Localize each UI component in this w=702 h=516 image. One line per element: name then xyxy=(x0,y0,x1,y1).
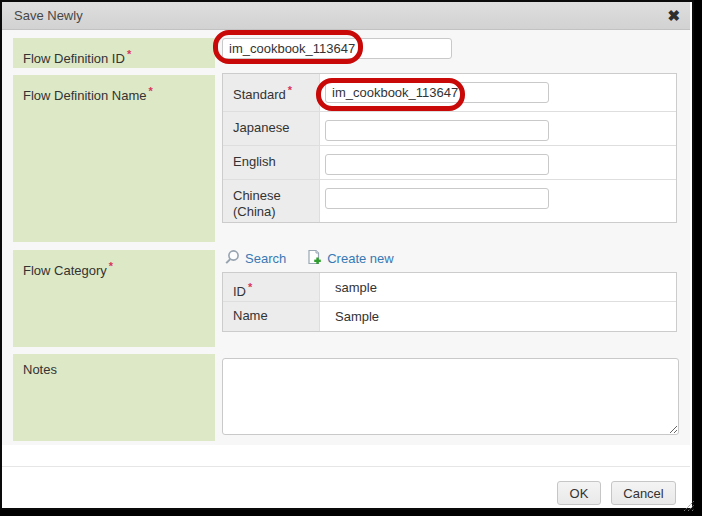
locale-label-text: Chinese (China) xyxy=(233,188,281,219)
required-marker: * xyxy=(127,48,131,60)
flow-category-label-text: Flow Category xyxy=(23,263,107,278)
flow-definition-id-label-text: Flow Definition ID xyxy=(23,51,125,66)
create-new-link[interactable]: Create new xyxy=(327,251,393,266)
notes-label: Notes xyxy=(13,354,215,441)
locale-label-japanese: Japanese xyxy=(223,112,320,145)
japanese-name-input[interactable] xyxy=(325,120,549,141)
required-marker: * xyxy=(248,281,252,293)
locale-label-standard: Standard* xyxy=(223,74,320,111)
category-label-text: ID xyxy=(233,284,246,299)
category-id-label: ID* xyxy=(223,273,320,301)
close-icon[interactable]: ✖ xyxy=(667,7,680,24)
category-name-value: Sample xyxy=(320,302,676,324)
flow-definition-id-label: Flow Definition ID* xyxy=(13,38,215,68)
required-marker: * xyxy=(149,85,153,97)
table-row: Chinese (China) xyxy=(223,180,676,222)
dialog-titlebar: Save Newly ✖ xyxy=(2,2,690,30)
locale-value-cell xyxy=(320,180,676,222)
table-row: English xyxy=(223,146,676,180)
locale-value-cell xyxy=(320,112,676,145)
new-document-icon xyxy=(306,249,322,269)
locale-label-text: Standard xyxy=(233,87,286,102)
dialog-title: Save Newly xyxy=(14,2,83,29)
locale-label-english: English xyxy=(223,146,320,179)
flow-category-table: ID* sample Name Sample xyxy=(222,272,677,332)
locale-label-chinese: Chinese (China) xyxy=(223,180,320,222)
locale-value-cell xyxy=(320,74,676,111)
table-row: ID* sample xyxy=(223,273,676,302)
notes-label-text: Notes xyxy=(23,362,57,377)
locale-name-table: Standard* Japanese English Chinese xyxy=(222,73,677,223)
category-name-label: Name xyxy=(223,302,320,331)
flow-category-actions: Search Create new xyxy=(224,248,394,268)
ok-button[interactable]: OK xyxy=(557,481,601,505)
flow-category-label: Flow Category* xyxy=(13,250,215,347)
required-marker: * xyxy=(288,84,292,96)
table-row: Standard* xyxy=(223,74,676,112)
footer-divider xyxy=(2,466,690,467)
flow-definition-name-label: Flow Definition Name* xyxy=(13,75,215,242)
english-name-input[interactable] xyxy=(325,154,549,175)
table-row: Japanese xyxy=(223,112,676,146)
required-marker: * xyxy=(109,260,113,272)
flow-definition-id-input[interactable] xyxy=(222,38,452,59)
search-link[interactable]: Search xyxy=(245,251,286,266)
save-newly-dialog: Save Newly ✖ Flow Definition ID* Flow De… xyxy=(0,0,694,510)
category-name-value-cell: Sample xyxy=(320,302,676,331)
locale-label-text: English xyxy=(233,154,276,169)
category-id-value: sample xyxy=(320,273,676,295)
category-label-text: Name xyxy=(233,308,268,323)
chinese-name-input[interactable] xyxy=(325,188,549,209)
category-id-value-cell: sample xyxy=(320,273,676,301)
standard-name-input[interactable] xyxy=(325,82,549,103)
locale-label-text: Japanese xyxy=(233,120,289,135)
cancel-button[interactable]: Cancel xyxy=(611,481,676,505)
flow-definition-name-label-text: Flow Definition Name xyxy=(23,88,147,103)
resize-grip[interactable] xyxy=(681,497,694,510)
locale-value-cell xyxy=(320,146,676,179)
table-row: Name Sample xyxy=(223,302,676,331)
notes-textarea[interactable] xyxy=(222,358,679,435)
magnifier-icon xyxy=(224,249,240,269)
